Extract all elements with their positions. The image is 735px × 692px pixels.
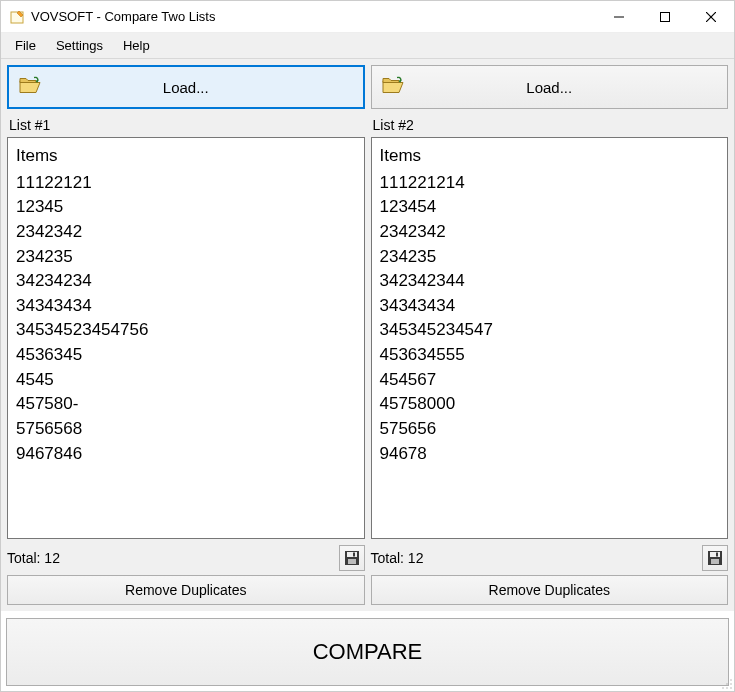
app-icon [9,9,25,25]
list-item[interactable]: 5756568 [16,417,356,442]
svg-point-14 [730,679,732,681]
menu-file[interactable]: File [5,35,46,56]
svg-rect-8 [348,559,356,564]
list-item[interactable]: 34343434 [380,294,720,319]
list-item[interactable]: 34343434 [16,294,356,319]
svg-point-18 [726,687,728,689]
load-list2-button[interactable]: Load... [371,65,729,109]
svg-rect-3 [661,12,670,21]
list1-total: Total: 12 [7,550,60,566]
svg-rect-9 [353,553,355,557]
list-item[interactable]: 12345 [16,195,356,220]
list-item[interactable]: 4545 [16,368,356,393]
list-item[interactable]: 453634555 [380,343,720,368]
list1-header: Items [16,144,356,169]
save-icon [344,550,360,566]
list-item[interactable]: 11122121 [16,171,356,196]
list-item[interactable]: 34234234 [16,269,356,294]
list-item[interactable]: 45758000 [380,392,720,417]
load-list1-label: Load... [163,79,209,96]
titlebar: VOVSOFT - Compare Two Lists [1,1,734,33]
list-item[interactable]: 342342344 [380,269,720,294]
svg-rect-13 [716,553,718,557]
list-item[interactable]: 9467846 [16,442,356,467]
list2-box[interactable]: Items 1112212141234542342342234235342342… [371,137,729,539]
list-item[interactable]: 34534523454756 [16,318,356,343]
svg-point-19 [730,687,732,689]
close-icon [706,12,716,22]
list1-footer: Total: 12 [7,545,365,571]
minimize-icon [614,12,624,22]
list-item[interactable]: 2342342 [16,220,356,245]
svg-rect-11 [710,552,720,557]
list-item[interactable]: 575656 [380,417,720,442]
main-content: Load... List #1 Items 111221211234523423… [1,59,734,611]
list-item[interactable]: 345345234547 [380,318,720,343]
menubar: File Settings Help [1,33,734,59]
menu-help[interactable]: Help [113,35,160,56]
minimize-button[interactable] [596,1,642,33]
svg-point-15 [726,683,728,685]
list-item[interactable]: 454567 [380,368,720,393]
save-icon [707,550,723,566]
svg-rect-7 [347,552,357,557]
list1-box[interactable]: Items 1112212112345234234223423534234234… [7,137,365,539]
compare-button[interactable]: COMPARE [6,618,729,686]
maximize-button[interactable] [642,1,688,33]
list1-label: List #1 [9,117,363,133]
folder-open-icon [382,77,404,98]
panel-list1: Load... List #1 Items 111221211234523423… [7,65,365,605]
list2-total: Total: 12 [371,550,424,566]
list-item[interactable]: 2342342 [380,220,720,245]
load-list1-button[interactable]: Load... [7,65,365,109]
load-list2-label: Load... [526,79,572,96]
maximize-icon [660,12,670,22]
svg-point-17 [722,687,724,689]
panel-list2: Load... List #2 Items 111221214123454234… [371,65,729,605]
window-title: VOVSOFT - Compare Two Lists [31,9,215,24]
list2-footer: Total: 12 [371,545,729,571]
close-button[interactable] [688,1,734,33]
list-item[interactable]: 4536345 [16,343,356,368]
menu-settings[interactable]: Settings [46,35,113,56]
save-list2-button[interactable] [702,545,728,571]
folder-open-icon [19,77,41,98]
list-item[interactable]: 123454 [380,195,720,220]
svg-rect-12 [711,559,719,564]
save-list1-button[interactable] [339,545,365,571]
remove-duplicates-list2-button[interactable]: Remove Duplicates [371,575,729,605]
list2-label: List #2 [373,117,727,133]
resize-grip[interactable] [719,676,733,690]
list-item[interactable]: 457580- [16,392,356,417]
list-item[interactable]: 111221214 [380,171,720,196]
list-item[interactable]: 234235 [380,245,720,270]
list-item[interactable]: 234235 [16,245,356,270]
list-item[interactable]: 94678 [380,442,720,467]
svg-point-16 [730,683,732,685]
list2-header: Items [380,144,720,169]
remove-duplicates-list1-button[interactable]: Remove Duplicates [7,575,365,605]
